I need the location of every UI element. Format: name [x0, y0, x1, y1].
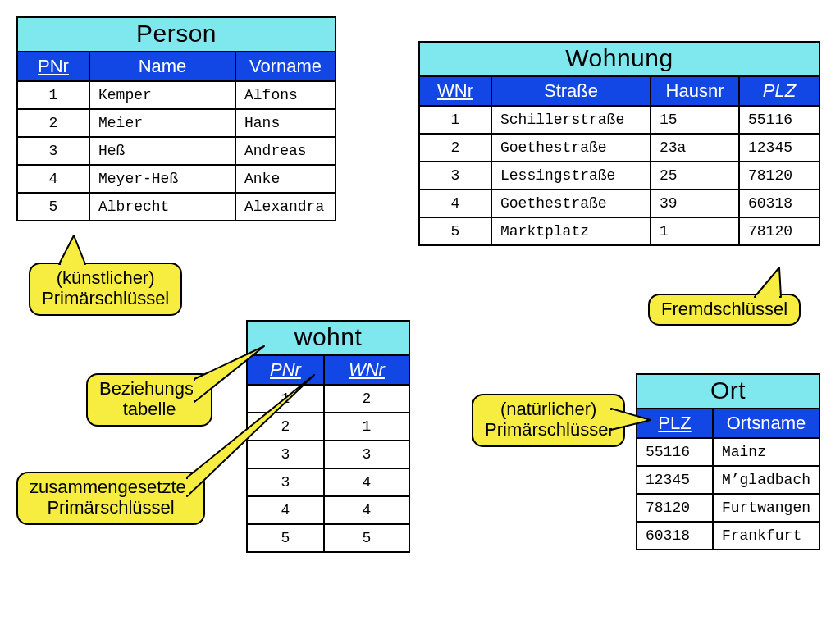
callout-text: Beziehungs-tabelle	[99, 378, 199, 419]
svg-marker-2	[187, 375, 314, 496]
table-title: Person	[17, 17, 336, 52]
svg-marker-0	[59, 235, 85, 264]
col-header: PLZ	[739, 76, 819, 106]
col-header: Hausnr	[651, 76, 739, 106]
table-person: Person PNr Name Vorname 1KemperAlfons 2M…	[16, 16, 336, 221]
table-wohnung: Wohnung WNr Straße Hausnr PLZ 1Schillers…	[418, 41, 820, 246]
table-title: Ort	[637, 374, 819, 409]
col-header: Name	[89, 52, 235, 81]
svg-marker-4	[611, 409, 651, 430]
table-title: wohnt	[247, 321, 409, 355]
table-ort: Ort PLZ Ortsname 55116Mainz 12345M’gladb…	[636, 373, 820, 550]
callout-kuenstlicher-pk: (künstlicher)Primärschlüssel	[29, 262, 182, 316]
table-title: Wohnung	[419, 42, 819, 76]
col-header: WNr	[419, 76, 491, 106]
callout-fremdschluessel: Fremdschlüssel	[648, 294, 801, 326]
callout-text: (natürlicher)Primärschlüssel	[485, 399, 612, 440]
er-diagram: Person PNr Name Vorname 1KemperAlfons 2M…	[0, 0, 840, 630]
col-header: PNr	[17, 52, 89, 81]
callout-text: Fremdschlüssel	[661, 299, 788, 319]
callout-text: (künstlicher)Primärschlüssel	[42, 267, 169, 308]
svg-marker-3	[755, 267, 781, 297]
col-header: WNr	[324, 355, 409, 385]
col-header: Vorname	[235, 52, 336, 81]
callout-text: zusammengesetzterPrimärschlüssel	[30, 477, 192, 518]
callout-natuerlicher-pk: (natürlicher)Primärschlüssel	[472, 394, 625, 447]
col-header: Straße	[491, 76, 651, 106]
callout-zusammengesetzter-pk: zusammengesetzterPrimärschlüssel	[16, 472, 205, 525]
col-header: Ortsname	[713, 409, 819, 438]
